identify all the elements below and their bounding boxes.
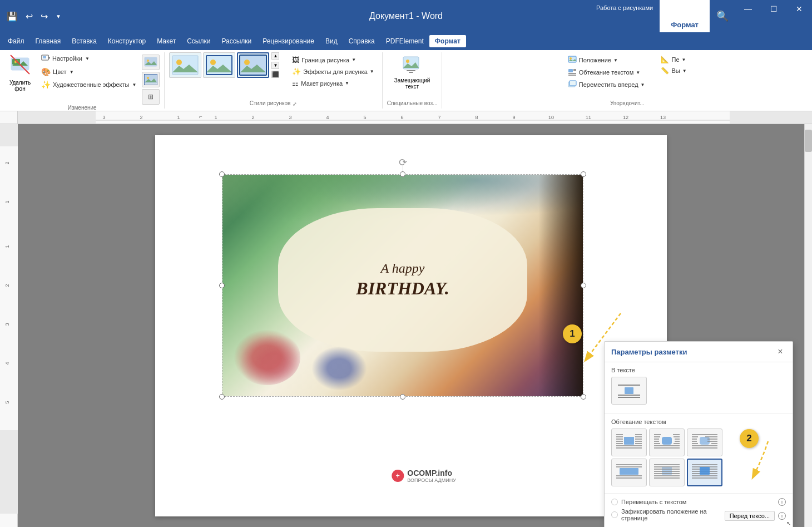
title-bar: 💾 ↩ ↪ ▼ Документ1 - Word Работа с рисунк… [0, 0, 812, 32]
remove-bg-button[interactable]: Удалитьфон [4, 52, 36, 94]
svg-rect-39 [570, 81, 576, 86]
ribbon-group-styles: ▲ ▼ ⬛ 🖼 Граница рисунка ▼ ✨ Эффекты для … [165, 52, 382, 109]
menu-pdfelement[interactable]: PDFElement [380, 35, 429, 47]
menu-format[interactable]: Формат [429, 35, 466, 47]
art-effects-button[interactable]: ✨ Художественные эффекты ▼ [38, 79, 140, 90]
happy-text: A happy [356, 260, 449, 277]
panel-wrap-section: Обтекание текстом [605, 413, 793, 493]
document-page: ⟳ A happy BIRTHDAY. [155, 135, 667, 516]
color-button[interactable]: 🎨 Цвет ▼ [38, 66, 140, 77]
close-button[interactable]: ✕ [786, 0, 812, 32]
svg-point-10 [147, 60, 149, 62]
style-scroll-more[interactable]: ⬛ [271, 71, 279, 78]
handle-tr[interactable] [581, 171, 586, 177]
style-scroll-up[interactable]: ▲ [271, 52, 279, 60]
document-scroll[interactable]: ⟳ A happy BIRTHDAY. [18, 124, 804, 527]
placeholder-button[interactable]: Замещающийтекст [390, 52, 435, 92]
menu-insert[interactable]: Вставка [66, 35, 102, 47]
panel-close-button[interactable]: × [775, 346, 786, 357]
handle-ml[interactable] [219, 283, 225, 288]
birthday-image: A happy BIRTHDAY. [222, 174, 583, 397]
handle-bc[interactable] [400, 394, 405, 400]
wrap-topbottom-icon [615, 461, 643, 484]
handle-mr[interactable] [581, 283, 586, 288]
selected-image-container[interactable]: ⟳ A happy BIRTHDAY. [222, 174, 583, 397]
svg-text:12: 12 [623, 115, 628, 120]
vertical-scrollbar[interactable] [804, 124, 812, 527]
wrap-text-icon [568, 68, 577, 77]
menu-constructor[interactable]: Конструктор [102, 35, 151, 47]
style-thumbnails [169, 52, 269, 80]
position-label: Положение [579, 57, 611, 63]
fix-radio [611, 511, 618, 518]
svg-rect-28 [407, 70, 415, 71]
menu-references[interactable]: Ссылки [181, 35, 216, 47]
rotation-handle[interactable]: ⟳ [399, 156, 407, 169]
menu-layout[interactable]: Макет [151, 35, 181, 47]
layout-panel: Параметры разметки × В тексте [604, 341, 793, 527]
fix-position-option[interactable]: Зафиксировать положение на странице [611, 508, 721, 521]
menu-help[interactable]: Справка [343, 35, 380, 47]
minimize-button[interactable]: — [735, 0, 761, 32]
position-info-icon[interactable]: i [778, 498, 786, 506]
menu-review[interactable]: Рецензирование [257, 35, 320, 47]
position-button[interactable]: Положение ▼ [565, 55, 648, 66]
svg-text:13: 13 [660, 115, 666, 120]
wrap-front-btn[interactable]: ↖ [687, 459, 722, 486]
save-button[interactable]: 💾 [4, 10, 20, 23]
position-dropdown-btn[interactable]: Перед тексо... [725, 511, 775, 521]
handle-tc[interactable] [400, 171, 405, 177]
scroll-thumb[interactable] [805, 130, 812, 152]
col2-btn1[interactable]: 📐 Пе ▼ [657, 55, 690, 65]
pic-small-btn2[interactable] [142, 72, 160, 87]
effects-button[interactable]: ✨ Эффекты для рисунка ▼ [289, 66, 377, 77]
search-icon[interactable]: 🔍 [710, 10, 735, 22]
border-button[interactable]: 🖼 Граница рисунка ▼ [289, 55, 377, 65]
menu-home[interactable]: Главная [30, 35, 67, 47]
handle-br[interactable] [581, 394, 586, 400]
menu-view[interactable]: Вид [320, 35, 343, 47]
menu-file[interactable]: Файл [2, 35, 30, 47]
wrap-behind-btn[interactable] [649, 459, 685, 486]
pic-small-btn3[interactable]: ⊞ [142, 89, 160, 105]
wrap-text-button[interactable]: Обтекание текстом ▼ [565, 67, 648, 78]
wrap-text-label: Обтекание текстом [579, 69, 634, 76]
svg-text:1: 1 [177, 115, 180, 120]
undo-button[interactable]: ↩ [23, 10, 35, 23]
style-scroll-down[interactable]: ▼ [271, 62, 279, 69]
style-thumb-1[interactable] [169, 52, 201, 78]
wrap-topbottom-btn[interactable] [611, 459, 647, 486]
settings-button[interactable]: Настройки ▼ [38, 52, 140, 65]
placeholder-label: Замещающийтекст [394, 77, 430, 90]
tab-stop[interactable]: ⌐ [199, 114, 206, 120]
svg-text:3: 3 [4, 323, 10, 326]
inline-btn[interactable] [611, 377, 647, 405]
position-with-text-option[interactable]: Перемещать с текстом i [611, 498, 786, 506]
callout-2: 2 [740, 429, 759, 448]
callout-1: 1 [563, 324, 582, 343]
border-dropdown: ▼ [351, 57, 356, 62]
effects-icon: ✨ [292, 67, 301, 76]
menu-mailings[interactable]: Рассылки [216, 35, 257, 47]
redo-button[interactable]: ↪ [38, 10, 50, 23]
handle-bl[interactable] [219, 394, 225, 400]
col2-btn2-icon: 📏 [661, 67, 669, 75]
move-fwd-button[interactable]: Переместить вперед ▼ [565, 79, 648, 90]
pic-small-btn1[interactable] [142, 55, 160, 70]
handle-tl[interactable] [219, 171, 225, 177]
remove-bg-icon [10, 55, 30, 78]
wrap-through-btn[interactable] [687, 429, 722, 456]
styles-expand-icon[interactable]: ⤢ [293, 101, 297, 107]
style-thumb-2[interactable] [203, 52, 235, 78]
fix-info-icon[interactable]: i [778, 512, 786, 520]
style-thumb-3[interactable] [237, 52, 269, 78]
col2-btn2[interactable]: 📏 Вы ▼ [657, 66, 690, 76]
maximize-button[interactable]: ☐ [761, 0, 786, 32]
position-radio-1 [611, 499, 618, 505]
customize-qa-button[interactable]: ▼ [53, 12, 63, 21]
pic-layout-button[interactable]: ⚏ Макет рисунка ▼ [289, 78, 377, 88]
tab-format-active[interactable]: Формат [660, 0, 710, 32]
inline-icon [617, 381, 641, 401]
wrap-square-btn[interactable] [611, 429, 647, 456]
wrap-tight-btn[interactable] [649, 429, 685, 456]
